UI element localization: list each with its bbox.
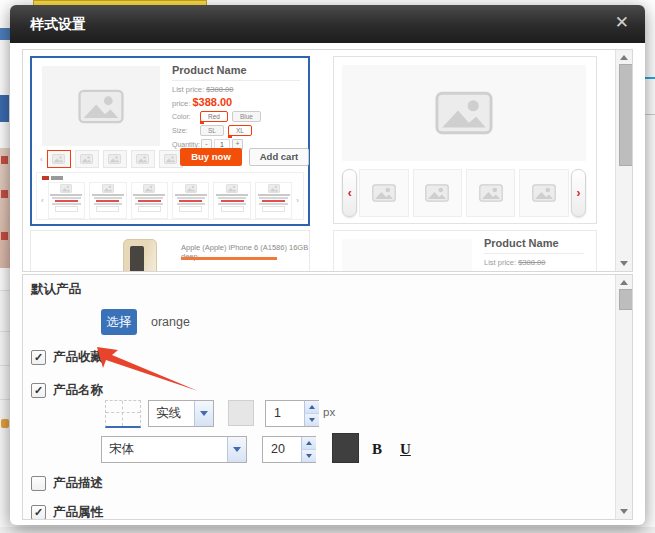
dialog-title: 样式设置 — [30, 5, 86, 43]
prev-arrow-button[interactable]: ‹ — [342, 169, 357, 217]
size-options: Size: SL XL — [172, 125, 300, 136]
thumbnail[interactable] — [75, 150, 99, 168]
thumbnail[interactable] — [519, 169, 568, 217]
background-left-panel — [0, 290, 10, 533]
color-option-blue[interactable]: Blue — [232, 111, 261, 122]
scrollbar-up-icon[interactable] — [620, 280, 628, 285]
color-options: Color: Red Blue — [172, 111, 300, 122]
spinner-up-icon[interactable] — [301, 437, 316, 450]
image-placeholder-icon — [102, 184, 114, 193]
spinner-down-icon[interactable] — [301, 450, 316, 462]
dialog-header: 样式设置 ✕ — [10, 5, 645, 43]
image-placeholder-icon — [226, 184, 238, 193]
related-product-card — [89, 182, 126, 219]
image-placeholder-icon — [268, 184, 280, 193]
thumbnail-selected[interactable] — [47, 150, 71, 168]
next-arrow-icon[interactable]: › — [296, 196, 299, 205]
border-width-spinner[interactable]: 1 — [265, 400, 319, 427]
spinner-up-icon[interactable] — [304, 401, 319, 414]
close-icon[interactable]: ✕ — [615, 5, 629, 41]
favorite-checkbox[interactable]: ✓ — [31, 350, 46, 365]
name-checkbox[interactable]: ✓ — [31, 383, 46, 398]
px-unit-label: px — [323, 400, 335, 425]
font-family-select[interactable]: 宋体 — [101, 436, 247, 463]
settings-scrollbar[interactable] — [615, 275, 632, 519]
size-option-sl[interactable]: SL — [200, 125, 224, 136]
annotation-arrow — [93, 341, 208, 399]
related-product-card — [131, 182, 168, 219]
dropdown-arrow-icon[interactable] — [227, 437, 246, 462]
image-placeholder-icon — [479, 184, 503, 202]
border-position-picker[interactable] — [105, 400, 141, 428]
add-cart-button[interactable]: Add cart — [249, 148, 309, 166]
size-option-xl[interactable]: XL — [228, 125, 252, 136]
settings-panel: 默认产品 选择 orange ✓ 产品收藏 ✓ 产品名称 实线 1 — [22, 274, 633, 520]
checkbox-row-attribute: ✓ 产品属性 — [31, 504, 103, 520]
attribute-checkbox[interactable]: ✓ — [31, 505, 46, 520]
template-gallery-panel: Product Name List price: $388.00 price: … — [22, 49, 633, 272]
thumbnail[interactable] — [131, 150, 155, 168]
description-label: 产品描述 — [53, 475, 103, 492]
image-placeholder-icon — [372, 184, 396, 202]
select-product-button[interactable]: 选择 — [101, 309, 137, 335]
scrollbar-down-icon[interactable] — [620, 509, 628, 514]
background-blue-bar — [0, 28, 10, 40]
prev-arrow-icon[interactable]: ‹ — [40, 155, 43, 164]
prev-arrow-icon[interactable]: ‹ — [41, 196, 44, 205]
spinner-down-icon[interactable] — [304, 414, 319, 426]
template-card-carousel[interactable]: ‹ › — [333, 56, 597, 224]
image-placeholder-icon — [164, 154, 177, 164]
border-style-select[interactable]: 实线 — [148, 400, 214, 427]
description-checkbox[interactable] — [31, 476, 46, 491]
thumbnail[interactable] — [413, 169, 462, 217]
template-card-selected[interactable]: Product Name List price: $388.00 price: … — [30, 56, 310, 226]
image-placeholder-icon — [78, 89, 124, 124]
checkbox-row-description: 产品描述 — [31, 475, 103, 492]
bold-button[interactable]: B — [372, 435, 382, 463]
related-product-card — [213, 182, 250, 219]
price: price: $388.00 — [172, 96, 300, 108]
image-placeholder-icon — [108, 154, 121, 164]
template-card-detail2[interactable]: Product Name List price: $388.00 — [333, 230, 597, 272]
gallery-scrollbar[interactable] — [615, 50, 632, 271]
scrollbar-up-icon[interactable] — [620, 55, 628, 60]
iphone-product-photo — [123, 239, 157, 272]
dropdown-arrow-icon[interactable] — [194, 401, 213, 426]
buy-now-button[interactable]: Buy now — [180, 148, 242, 166]
style-settings-dialog: 样式设置 ✕ Product Name List price: $388.00 … — [10, 5, 645, 525]
next-arrow-button[interactable]: › — [571, 169, 586, 217]
attribute-label: 产品属性 — [53, 504, 103, 520]
scrollbar-thumb[interactable] — [619, 64, 633, 166]
scrollbar-thumb[interactable] — [619, 289, 633, 310]
thumbnail[interactable] — [466, 169, 515, 217]
border-color-swatch[interactable] — [228, 400, 254, 426]
iphone-price-line — [181, 257, 277, 260]
underline-button[interactable]: U — [400, 435, 411, 463]
background-small-icon — [1, 419, 9, 428]
background-right-blue-line — [645, 77, 655, 79]
scrollbar-down-icon[interactable] — [620, 261, 628, 266]
thumbnail[interactable] — [103, 150, 127, 168]
font-size-spinner[interactable]: 20 — [262, 436, 316, 463]
image-placeholder-icon — [185, 184, 197, 193]
selected-product-value: orange — [151, 309, 190, 335]
checkbox-row-name: ✓ 产品名称 — [31, 382, 103, 399]
thumbnail[interactable] — [359, 169, 408, 217]
color-option-red[interactable]: Red — [200, 111, 228, 122]
related-product-card — [48, 182, 85, 219]
font-color-swatch[interactable] — [332, 433, 359, 463]
image-placeholder-icon — [60, 184, 72, 193]
name-label: 产品名称 — [53, 382, 103, 399]
favorite-label: 产品收藏 — [53, 349, 103, 366]
default-product-label: 默认产品 — [31, 281, 81, 298]
image-placeholder-icon — [425, 184, 449, 202]
product-name: Product Name — [484, 237, 584, 254]
background-bottom-strip — [0, 527, 655, 533]
product-image-placeholder — [342, 239, 472, 272]
large-image-placeholder — [342, 65, 586, 161]
thumbnail-strip: ‹ › — [342, 169, 586, 217]
template-card-iphone[interactable]: Apple (Apple) iPhone 6 (A1586) 16GB deep — [30, 230, 310, 272]
related-header — [42, 176, 65, 180]
list-price: List price: $388.00 — [484, 258, 584, 267]
background-blue-square — [0, 95, 9, 122]
